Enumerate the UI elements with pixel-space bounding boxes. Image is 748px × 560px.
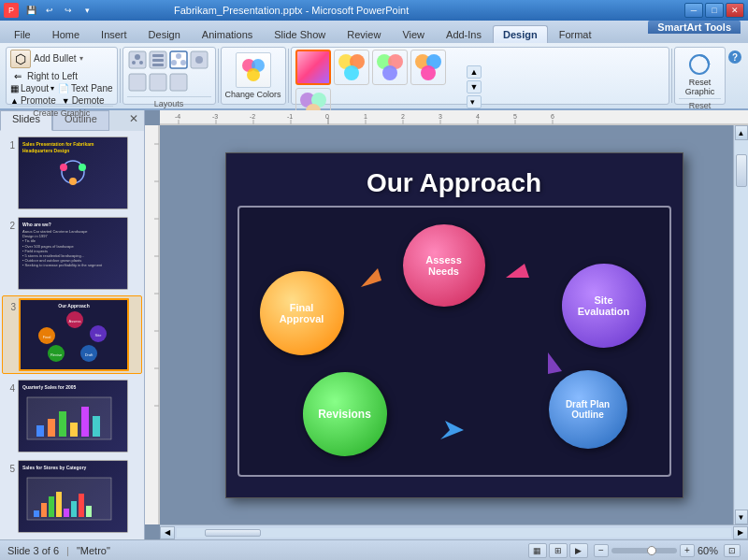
tab-design-smartart[interactable]: Design xyxy=(493,25,548,43)
layout-dropdown[interactable]: ▾ xyxy=(50,84,54,93)
svg-rect-61 xyxy=(71,501,77,517)
circle-revisions[interactable]: Revisions xyxy=(303,372,387,456)
slide-thumb-4[interactable]: 4 Quarterly Sales for 2005 xyxy=(2,378,142,454)
tab-slideshow[interactable]: Slide Show xyxy=(264,25,336,43)
redo-btn[interactable]: ↪ xyxy=(60,3,77,18)
tab-home[interactable]: Home xyxy=(42,25,90,43)
svg-marker-97 xyxy=(548,352,562,374)
slide-number-3: 3 xyxy=(5,302,16,312)
slide-number-5: 5 xyxy=(4,464,15,474)
minimize-btn[interactable]: ─ xyxy=(684,3,703,18)
slide-sorter-btn[interactable]: ⊞ xyxy=(549,543,568,558)
zoom-slider-thumb[interactable] xyxy=(647,546,656,555)
reset-graphic-btn[interactable]: ResetGraphic xyxy=(682,50,719,98)
circle-assess[interactable]: AssessNeeds xyxy=(403,224,485,307)
scroll-up-btn[interactable]: ▲ xyxy=(735,125,748,140)
tab-review[interactable]: Review xyxy=(337,25,391,43)
normal-view-btn[interactable]: ▦ xyxy=(528,543,547,558)
separator3 xyxy=(288,49,289,103)
svg-rect-62 xyxy=(79,494,84,517)
view-buttons: ▦ ⊞ ▶ xyxy=(528,543,588,558)
layout-btn[interactable]: ▦ Layout ▾ xyxy=(10,83,54,93)
fit-slide-btn[interactable]: ⊡ xyxy=(724,544,741,557)
demote-btn[interactable]: ▼ Demote xyxy=(62,95,105,106)
svg-rect-58 xyxy=(49,496,54,517)
add-shape-dropdown[interactable]: ▾ xyxy=(79,50,83,68)
scrollbar-horizontal: ◀ ▶ xyxy=(160,524,748,539)
zoom-in-btn[interactable]: + xyxy=(680,544,695,557)
svg-rect-56 xyxy=(34,510,39,517)
undo-btn[interactable]: ↩ xyxy=(41,3,58,18)
styles-up[interactable]: ▲ xyxy=(467,65,482,79)
tab-insert[interactable]: Insert xyxy=(91,25,137,43)
change-colors-content: Change Colors xyxy=(225,50,281,102)
tab-file[interactable]: File xyxy=(4,25,41,43)
tab-format[interactable]: Format xyxy=(549,25,602,43)
scroll-left-btn[interactable]: ◀ xyxy=(160,526,175,539)
circle-final[interactable]: FinalApproval xyxy=(260,271,344,355)
scroll-thumb-h[interactable] xyxy=(205,529,261,537)
slide1-content: Sales Presentation for FabrikamHeadquart… xyxy=(22,141,123,154)
ribbon-tabs: File Home Insert Design Animations Slide… xyxy=(0,21,748,43)
textpane-btn[interactable]: 📄 Text Pane xyxy=(58,83,112,93)
scroll-down-btn[interactable]: ▼ xyxy=(735,510,748,524)
slide-canvas[interactable]: Our Approach xyxy=(225,152,683,498)
right-to-left-btn[interactable]: ⇐ Right to Left xyxy=(10,69,78,82)
slide-thumb-1[interactable]: 1 Sales Presentation for FabrikamHeadqua… xyxy=(2,135,142,211)
status-bar: Slide 3 of 6 | "Metro" ▦ ⊞ ▶ − + 60% ⊡ xyxy=(0,539,748,560)
layout-label: Layout xyxy=(21,83,49,93)
styles-down[interactable]: ▼ xyxy=(467,80,482,93)
promote-btn[interactable]: ▲ Promote xyxy=(10,95,56,106)
layouts-content xyxy=(127,50,211,96)
svg-rect-7 xyxy=(152,64,164,66)
maximize-btn[interactable]: □ xyxy=(705,3,724,18)
layouts-grid[interactable] xyxy=(127,50,211,96)
slide-thumb-2[interactable]: 2 Who are we? Aarus Car started Carotene… xyxy=(2,215,142,292)
svg-point-13 xyxy=(195,56,203,64)
dropdown-btn[interactable]: ▾ xyxy=(79,3,95,18)
scroll-thumb-v[interactable] xyxy=(736,154,747,187)
group-smartart-styles: ▲ ▼ ▾ SmartArt Styles xyxy=(291,47,669,105)
slide2-content: Aarus Car started Carotene LandscapeDesi… xyxy=(22,229,123,268)
close-btn[interactable]: ✕ xyxy=(726,3,744,18)
styles-more[interactable]: ▾ xyxy=(467,95,482,108)
add-shape-btn[interactable]: ⬡ Add Bullet ▾ xyxy=(10,50,83,68)
svg-text:4: 4 xyxy=(476,113,480,120)
tab-animations[interactable]: Animations xyxy=(192,25,263,43)
svg-marker-98 xyxy=(440,421,464,439)
style-1[interactable] xyxy=(295,50,331,85)
slide4-title: Quarterly Sales for 2005 xyxy=(22,384,123,390)
tab-design-main[interactable]: Design xyxy=(138,25,191,43)
zoom-out-btn[interactable]: − xyxy=(594,544,609,557)
zoom-level: 60% xyxy=(698,545,718,556)
help-btn[interactable]: ? xyxy=(728,50,741,64)
svg-marker-96 xyxy=(506,264,529,278)
style-3[interactable] xyxy=(372,50,408,85)
ruler-horizontal: -4 -3 -2 -1 0 1 2 3 4 5 6 xyxy=(160,110,748,125)
change-colors-btn[interactable] xyxy=(236,52,271,88)
right-to-left-row: ⇐ Right to Left xyxy=(10,69,78,82)
svg-marker-100 xyxy=(361,268,381,287)
slide-thumb-5[interactable]: 5 Sales for Stores by Category xyxy=(2,458,142,535)
zoom-controls: − + 60% xyxy=(594,544,718,557)
slide-edit-area: -4 -3 -2 -1 0 1 2 3 4 5 6 xyxy=(145,110,748,539)
main-area: Slides Outline ✕ 1 Sales Presentation fo… xyxy=(0,110,748,539)
circle-draft[interactable]: Draft PlanOutline xyxy=(549,370,627,449)
svg-point-25 xyxy=(382,65,397,80)
style-2[interactable] xyxy=(334,50,369,85)
style-4[interactable] xyxy=(410,50,446,85)
panel-close-btn[interactable]: ✕ xyxy=(123,110,144,131)
slide-thumb-3[interactable]: 3 Our Approach Assess Site Draft Revise xyxy=(2,295,142,374)
status-separator: | xyxy=(66,545,69,556)
svg-rect-54 xyxy=(93,416,100,437)
scroll-track-v xyxy=(735,140,748,510)
tab-view[interactable]: View xyxy=(392,25,435,43)
save-btn[interactable]: 💾 xyxy=(22,3,39,18)
tab-addins[interactable]: Add-Ins xyxy=(436,25,492,43)
scroll-right-btn[interactable]: ▶ xyxy=(733,526,748,539)
zoom-slider[interactable] xyxy=(611,548,677,553)
circle-site[interactable]: SiteEvaluation xyxy=(562,264,646,348)
slide-info: Slide 3 of 6 xyxy=(7,545,59,556)
svg-text:Site: Site xyxy=(95,333,103,337)
slideshow-btn[interactable]: ▶ xyxy=(569,543,588,558)
